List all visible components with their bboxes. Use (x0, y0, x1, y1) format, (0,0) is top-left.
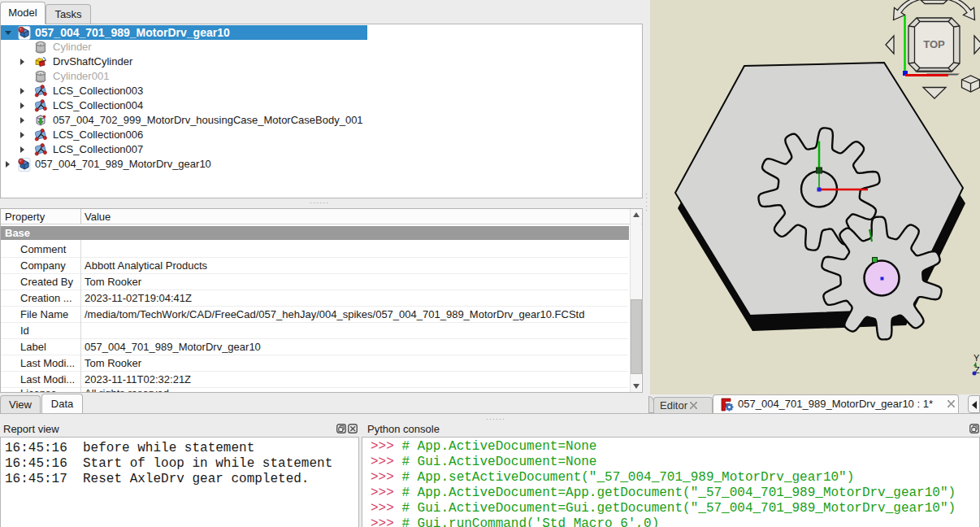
svg-text:Y: Y (973, 353, 980, 363)
svg-text:TOP: TOP (923, 38, 945, 50)
